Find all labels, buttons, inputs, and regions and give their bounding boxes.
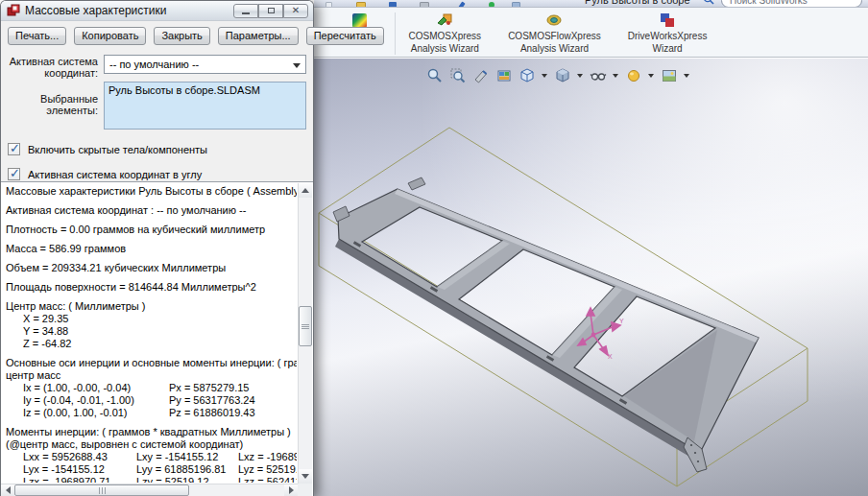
command-label2: Analysis Wizard	[411, 43, 479, 54]
screen: Руль Высоты в сборе Поиск SolidWorks Кри…	[0, 0, 868, 496]
selected-items-box[interactable]: Руль Высоты в сборе.SLDASM	[104, 82, 306, 130]
scrollbar-corner	[298, 484, 312, 496]
hide-show-items-icon[interactable]	[589, 66, 607, 84]
command-cosmosflowxpress[interactable]: COSMOSFlowXpress Analysis Wizard	[494, 12, 615, 54]
driveworksxpress-icon	[659, 12, 676, 29]
checkbox-label: Активная система координат в углу	[28, 169, 202, 180]
selected-items-row: Выбранные элементы: Руль Высоты в сборе.…	[8, 82, 306, 130]
coordinate-system-row: Активная система координат: -- по умолча…	[8, 55, 306, 79]
report-moments-row: Lyx = -154155.12Lyy = 61885196.81Lyz = 5…	[6, 463, 297, 476]
include-hidden-checkbox[interactable]	[8, 143, 20, 155]
dialog-title: Массовые характеристики	[25, 4, 166, 17]
coordinate-system-label: Активная система координат:	[8, 55, 104, 79]
coordinate-system-value: -- по умолчанию --	[109, 59, 199, 70]
options-button[interactable]: Параметры...	[218, 27, 299, 45]
scroll-right-button[interactable]	[284, 484, 298, 496]
arrow-up-icon	[301, 188, 309, 193]
report-com-z: Z = -64.82	[6, 338, 297, 350]
coord-in-corner-checkbox-row: Активная система координат в углу	[8, 167, 313, 181]
command-label2: Analysis Wizard	[520, 43, 589, 54]
report-axes-header: Основные оси инерции и основные моменты …	[6, 357, 297, 369]
mass-properties-report: Массовые характеристики Руль Высоты в сб…	[6, 185, 297, 483]
cosmosflowxpress-icon	[545, 12, 563, 29]
report-inertia-axis-row: Iy = (-0.04, -0.01, -1.00)Py = 56317763.…	[6, 394, 297, 407]
command-label2: Wizard	[653, 43, 683, 54]
search-input[interactable]: Поиск SolidWorks	[721, 0, 862, 8]
hide-show-items-dropdown[interactable]	[613, 74, 618, 78]
coordinate-system-select[interactable]: -- по умолчанию --	[104, 55, 306, 74]
report-coord-system: Активная система координат : -- по умолч…	[6, 204, 297, 217]
coord-in-corner-checkbox[interactable]	[8, 168, 20, 180]
scroll-left-button[interactable]	[1, 484, 14, 496]
vertical-scroll-thumb[interactable]	[299, 306, 312, 346]
report-moments-row: Lxx = 5952688.43Lxy = -154155.12Lxz = -1…	[6, 451, 297, 463]
section-view-icon[interactable]	[471, 66, 490, 84]
view-orientation-dropdown[interactable]	[542, 74, 547, 78]
report-density: Плотность = 0.00 граммов на кубический м…	[6, 224, 297, 236]
report-moments-header: Моменты инерции: ( граммов * квадратных …	[6, 426, 297, 438]
results-panel: Массовые характеристики Руль Высоты в сб…	[1, 181, 313, 496]
recalculate-button[interactable]: Пересчитать	[306, 27, 384, 45]
arrow-right-icon	[289, 486, 294, 494]
zoom-to-fit-icon[interactable]	[425, 66, 444, 84]
report-com-y: Y = 34.88	[6, 325, 297, 338]
scroll-down-button[interactable]	[299, 469, 312, 484]
close-button[interactable]: ✕	[283, 4, 308, 18]
maximize-button[interactable]	[258, 4, 283, 18]
checkbox-label: Включить скрытые тела/компоненты	[28, 144, 207, 155]
command-label: COSMOSFlowXpress	[508, 31, 601, 41]
report-volume: Объем = 209334.21 кубических Миллиметры	[6, 262, 297, 274]
report-moments-header2: (@центр масс, выровнен с системой коорди…	[6, 438, 297, 451]
arrow-left-icon	[6, 486, 11, 494]
horizontal-scroll-thumb[interactable]	[14, 484, 189, 496]
report-inertia-axis-row: Ix = (1.00, -0.00, -0.04)Px = 5875279.15	[6, 382, 297, 394]
model-scene: Y X	[314, 59, 868, 496]
selected-items-label: Выбранные элементы:	[8, 82, 104, 130]
report-com-x: X = 29.35	[6, 313, 297, 325]
frame-thickness	[335, 239, 700, 461]
scroll-up-button[interactable]	[299, 183, 312, 198]
print-button[interactable]: Печать...	[8, 27, 66, 45]
solidworks-window: Руль Высоты в сборе Поиск SolidWorks Кри…	[314, 0, 868, 496]
view-orientation-icon[interactable]	[518, 66, 536, 84]
report-header: Массовые характеристики Руль Высоты в сб…	[6, 185, 297, 198]
svg-text:Y: Y	[619, 318, 624, 324]
display-style-dropdown[interactable]	[577, 74, 583, 78]
close-dialog-button[interactable]: Закрыть	[154, 27, 209, 45]
report-mass: Масса = 586.99 граммов	[6, 243, 297, 255]
selected-item: Руль Высоты в сборе.SLDASM	[108, 84, 260, 96]
report-surface-area: Площадь поверхности = 814644.84 Миллимет…	[6, 281, 297, 294]
copy-button[interactable]: Копировать	[74, 27, 146, 45]
hinge-tab	[408, 177, 425, 190]
minimize-icon	[242, 12, 250, 14]
command-label: DriveWorksXpress	[628, 31, 708, 41]
top-rail-highlight	[395, 189, 759, 342]
zoom-to-area-icon[interactable]	[448, 66, 467, 84]
view-settings-icon[interactable]	[494, 66, 513, 84]
minimize-button[interactable]	[233, 4, 258, 18]
command-driveworksxpress[interactable]: DriveWorksXpress Wizard	[615, 12, 721, 54]
heads-up-view-toolbar	[425, 66, 690, 84]
horizontal-scrollbar[interactable]	[1, 484, 298, 496]
edit-appearance-icon[interactable]	[624, 66, 642, 84]
display-style-icon[interactable]	[553, 66, 571, 84]
window-buttons: ✕	[233, 4, 308, 18]
include-hidden-checkbox-row: Включить скрытые тела/компоненты	[8, 142, 313, 156]
command-cosmosxpress[interactable]: COSMOSXpress Analysis Wizard	[396, 12, 495, 54]
command-manager: Кривизна COSMOSXpress Analysis Wizard	[314, 8, 868, 58]
report-com-header: Центр масс: ( Миллиметры )	[6, 300, 297, 313]
report-moments-row: Lzx = -1968970.71Lzy = 52519.12Lzz = 562…	[6, 476, 297, 483]
edit-appearance-dropdown[interactable]	[648, 74, 654, 78]
vertical-scrollbar[interactable]	[298, 183, 312, 484]
apply-scene-dropdown[interactable]	[684, 74, 689, 78]
report-inertia-axis-row: Iz = (0.00, 1.00, -0.01)Pz = 61886019.43	[6, 407, 297, 419]
close-icon: ✕	[292, 6, 300, 15]
main-toolbar-strip: Руль Высоты в сборе Поиск SolidWorks	[314, 0, 868, 8]
solidworks-mass-properties-icon	[7, 4, 20, 17]
dialog-titlebar[interactable]: Массовые характеристики ✕	[1, 1, 313, 21]
graphics-area[interactable]: Y X	[314, 59, 868, 496]
apply-scene-icon[interactable]	[660, 66, 678, 84]
maximize-icon	[268, 8, 275, 13]
dialog-button-row: Печать... Копировать Закрыть Параметры..…	[1, 21, 313, 48]
bounding-box-wireframe	[319, 128, 808, 486]
